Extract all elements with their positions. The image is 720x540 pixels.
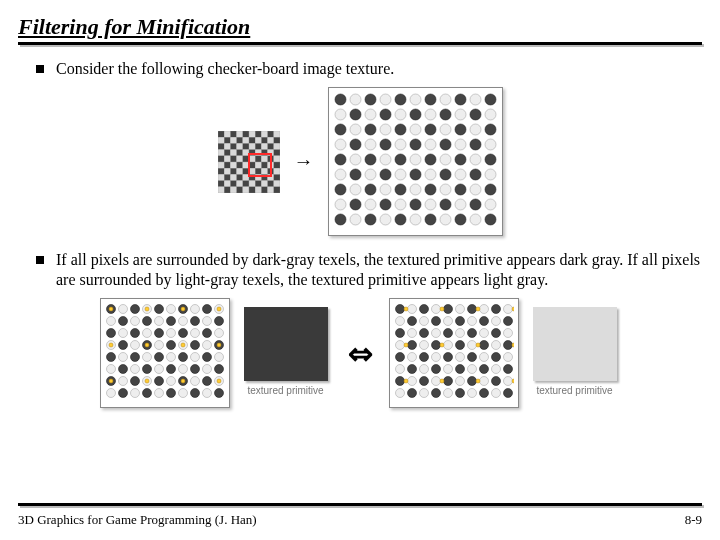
svg-point-158: [365, 169, 376, 180]
svg-rect-5: [242, 131, 248, 137]
svg-point-379: [512, 343, 514, 347]
svg-point-382: [476, 379, 480, 383]
svg-point-208: [202, 305, 211, 314]
svg-point-253: [142, 365, 151, 374]
svg-point-192: [380, 214, 391, 225]
svg-point-107: [425, 94, 436, 105]
svg-point-183: [410, 199, 421, 210]
svg-point-350: [491, 365, 500, 374]
svg-rect-27: [255, 143, 261, 149]
svg-rect-90: [273, 180, 279, 186]
svg-point-255: [166, 365, 175, 374]
svg-rect-6: [249, 131, 255, 137]
svg-point-307: [455, 317, 464, 326]
svg-point-164: [455, 169, 466, 180]
svg-rect-22: [224, 143, 230, 149]
svg-rect-16: [249, 137, 255, 143]
svg-point-347: [455, 365, 464, 374]
svg-point-320: [491, 329, 500, 338]
svg-rect-73: [230, 174, 236, 180]
svg-point-195: [425, 214, 436, 225]
svg-point-187: [470, 199, 481, 210]
bullet-1-text: Consider the following checker-board ima…: [56, 59, 394, 79]
svg-point-109: [455, 94, 466, 105]
svg-point-241: [118, 353, 127, 362]
svg-rect-84: [236, 180, 242, 186]
svg-point-339: [479, 353, 488, 362]
svg-point-151: [425, 154, 436, 165]
svg-point-334: [419, 353, 428, 362]
svg-point-288: [109, 379, 113, 383]
svg-point-150: [410, 154, 421, 165]
svg-point-331: [503, 341, 512, 350]
svg-point-278: [202, 389, 211, 398]
svg-point-360: [491, 377, 500, 386]
svg-rect-52: [224, 162, 230, 168]
svg-point-292: [395, 305, 404, 314]
svg-point-304: [419, 317, 428, 326]
svg-rect-98: [261, 186, 267, 192]
svg-point-218: [202, 317, 211, 326]
svg-rect-50: [273, 155, 279, 161]
svg-point-380: [404, 379, 408, 383]
svg-point-366: [443, 389, 452, 398]
svg-rect-29: [267, 143, 273, 149]
svg-point-161: [410, 169, 421, 180]
svg-point-103: [365, 94, 376, 105]
svg-point-141: [440, 139, 451, 150]
double-arrow-icon: ⇔: [348, 336, 373, 371]
svg-point-254: [154, 365, 163, 374]
svg-point-314: [419, 329, 428, 338]
svg-point-264: [154, 377, 163, 386]
svg-point-250: [106, 365, 115, 374]
svg-point-114: [365, 109, 376, 120]
svg-point-165: [470, 169, 481, 180]
svg-point-351: [503, 365, 512, 374]
svg-point-232: [130, 341, 139, 350]
svg-rect-1: [218, 131, 224, 137]
svg-point-247: [190, 353, 199, 362]
svg-point-106: [410, 94, 421, 105]
svg-point-363: [407, 389, 416, 398]
svg-rect-85: [242, 180, 248, 186]
svg-rect-53: [230, 162, 236, 168]
svg-point-378: [476, 343, 480, 347]
svg-point-132: [470, 124, 481, 135]
svg-point-376: [404, 343, 408, 347]
svg-rect-41: [218, 155, 224, 161]
light-primitive-label: textured primitive: [536, 385, 612, 396]
svg-point-139: [410, 139, 421, 150]
svg-rect-44: [236, 155, 242, 161]
svg-rect-7: [255, 131, 261, 137]
svg-rect-51: [218, 162, 224, 168]
title-rule: [18, 42, 702, 45]
svg-rect-91: [218, 186, 224, 192]
svg-point-302: [395, 317, 404, 326]
svg-point-369: [479, 389, 488, 398]
footer-rule: [18, 503, 702, 506]
svg-point-252: [130, 365, 139, 374]
svg-point-166: [485, 169, 496, 180]
svg-point-154: [470, 154, 481, 165]
svg-point-377: [440, 343, 444, 347]
svg-point-134: [335, 139, 346, 150]
svg-point-311: [503, 317, 512, 326]
svg-point-268: [202, 377, 211, 386]
svg-point-352: [395, 377, 404, 386]
texel-grid-svg: [333, 92, 498, 227]
svg-point-102: [350, 94, 361, 105]
svg-point-342: [395, 365, 404, 374]
svg-point-332: [395, 353, 404, 362]
svg-point-305: [431, 317, 440, 326]
svg-point-356: [443, 377, 452, 386]
svg-point-215: [166, 317, 175, 326]
svg-point-201: [118, 305, 127, 314]
svg-point-243: [142, 353, 151, 362]
svg-rect-86: [249, 180, 255, 186]
svg-rect-21: [218, 143, 224, 149]
svg-point-146: [350, 154, 361, 165]
svg-point-317: [455, 329, 464, 338]
svg-point-105: [395, 94, 406, 105]
svg-point-184: [425, 199, 436, 210]
svg-point-365: [431, 389, 440, 398]
